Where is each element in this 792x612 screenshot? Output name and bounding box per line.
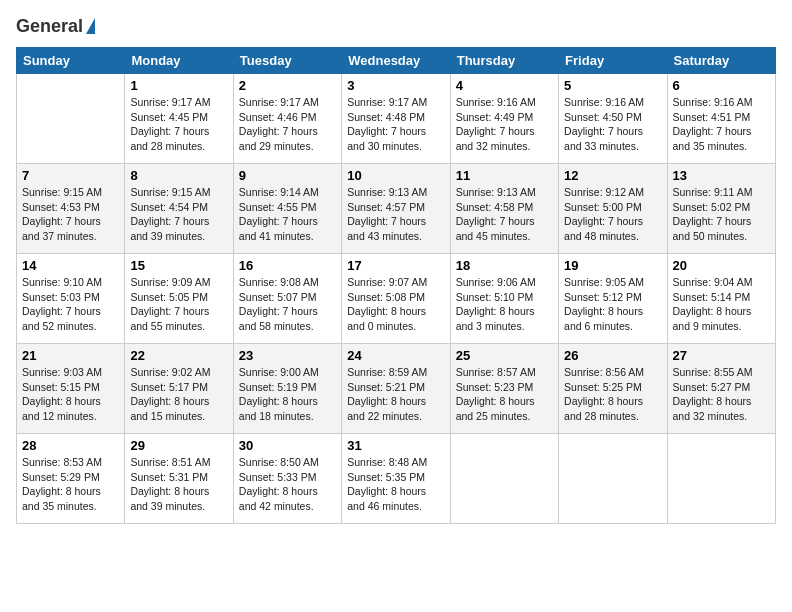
calendar-cell: 8Sunrise: 9:15 AM Sunset: 4:54 PM Daylig…	[125, 164, 233, 254]
day-info: Sunrise: 9:02 AM Sunset: 5:17 PM Dayligh…	[130, 365, 227, 424]
day-number: 6	[673, 78, 770, 93]
calendar-cell: 13Sunrise: 9:11 AM Sunset: 5:02 PM Dayli…	[667, 164, 775, 254]
calendar-cell: 14Sunrise: 9:10 AM Sunset: 5:03 PM Dayli…	[17, 254, 125, 344]
calendar-cell: 26Sunrise: 8:56 AM Sunset: 5:25 PM Dayli…	[559, 344, 667, 434]
day-number: 28	[22, 438, 119, 453]
calendar-cell: 6Sunrise: 9:16 AM Sunset: 4:51 PM Daylig…	[667, 74, 775, 164]
day-info: Sunrise: 9:08 AM Sunset: 5:07 PM Dayligh…	[239, 275, 336, 334]
calendar-cell: 3Sunrise: 9:17 AM Sunset: 4:48 PM Daylig…	[342, 74, 450, 164]
day-number: 7	[22, 168, 119, 183]
day-number: 12	[564, 168, 661, 183]
weekday-header-friday: Friday	[559, 48, 667, 74]
day-number: 29	[130, 438, 227, 453]
day-info: Sunrise: 9:10 AM Sunset: 5:03 PM Dayligh…	[22, 275, 119, 334]
calendar-cell: 5Sunrise: 9:16 AM Sunset: 4:50 PM Daylig…	[559, 74, 667, 164]
calendar-cell: 25Sunrise: 8:57 AM Sunset: 5:23 PM Dayli…	[450, 344, 558, 434]
day-info: Sunrise: 8:53 AM Sunset: 5:29 PM Dayligh…	[22, 455, 119, 514]
calendar-cell: 20Sunrise: 9:04 AM Sunset: 5:14 PM Dayli…	[667, 254, 775, 344]
day-number: 24	[347, 348, 444, 363]
day-number: 8	[130, 168, 227, 183]
calendar-body: 1Sunrise: 9:17 AM Sunset: 4:45 PM Daylig…	[17, 74, 776, 524]
day-number: 14	[22, 258, 119, 273]
day-number: 21	[22, 348, 119, 363]
day-number: 19	[564, 258, 661, 273]
header: General	[16, 16, 776, 37]
calendar-cell: 2Sunrise: 9:17 AM Sunset: 4:46 PM Daylig…	[233, 74, 341, 164]
day-info: Sunrise: 9:17 AM Sunset: 4:46 PM Dayligh…	[239, 95, 336, 154]
day-info: Sunrise: 9:16 AM Sunset: 4:50 PM Dayligh…	[564, 95, 661, 154]
day-number: 2	[239, 78, 336, 93]
calendar-cell	[450, 434, 558, 524]
calendar-cell: 29Sunrise: 8:51 AM Sunset: 5:31 PM Dayli…	[125, 434, 233, 524]
day-number: 25	[456, 348, 553, 363]
day-info: Sunrise: 8:48 AM Sunset: 5:35 PM Dayligh…	[347, 455, 444, 514]
day-info: Sunrise: 8:59 AM Sunset: 5:21 PM Dayligh…	[347, 365, 444, 424]
calendar-cell: 10Sunrise: 9:13 AM Sunset: 4:57 PM Dayli…	[342, 164, 450, 254]
day-info: Sunrise: 9:14 AM Sunset: 4:55 PM Dayligh…	[239, 185, 336, 244]
calendar-cell: 21Sunrise: 9:03 AM Sunset: 5:15 PM Dayli…	[17, 344, 125, 434]
weekday-header-row: SundayMondayTuesdayWednesdayThursdayFrid…	[17, 48, 776, 74]
weekday-header-sunday: Sunday	[17, 48, 125, 74]
day-number: 31	[347, 438, 444, 453]
day-number: 10	[347, 168, 444, 183]
day-info: Sunrise: 9:04 AM Sunset: 5:14 PM Dayligh…	[673, 275, 770, 334]
weekday-header-tuesday: Tuesday	[233, 48, 341, 74]
day-info: Sunrise: 9:09 AM Sunset: 5:05 PM Dayligh…	[130, 275, 227, 334]
day-info: Sunrise: 9:12 AM Sunset: 5:00 PM Dayligh…	[564, 185, 661, 244]
week-row-2: 7Sunrise: 9:15 AM Sunset: 4:53 PM Daylig…	[17, 164, 776, 254]
day-number: 18	[456, 258, 553, 273]
day-number: 23	[239, 348, 336, 363]
day-info: Sunrise: 9:17 AM Sunset: 4:48 PM Dayligh…	[347, 95, 444, 154]
day-number: 20	[673, 258, 770, 273]
day-info: Sunrise: 8:51 AM Sunset: 5:31 PM Dayligh…	[130, 455, 227, 514]
day-number: 9	[239, 168, 336, 183]
calendar-cell: 19Sunrise: 9:05 AM Sunset: 5:12 PM Dayli…	[559, 254, 667, 344]
calendar-cell: 12Sunrise: 9:12 AM Sunset: 5:00 PM Dayli…	[559, 164, 667, 254]
day-info: Sunrise: 9:13 AM Sunset: 4:58 PM Dayligh…	[456, 185, 553, 244]
calendar-cell: 16Sunrise: 9:08 AM Sunset: 5:07 PM Dayli…	[233, 254, 341, 344]
week-row-3: 14Sunrise: 9:10 AM Sunset: 5:03 PM Dayli…	[17, 254, 776, 344]
day-number: 30	[239, 438, 336, 453]
weekday-header-monday: Monday	[125, 48, 233, 74]
day-info: Sunrise: 8:50 AM Sunset: 5:33 PM Dayligh…	[239, 455, 336, 514]
day-info: Sunrise: 8:57 AM Sunset: 5:23 PM Dayligh…	[456, 365, 553, 424]
day-info: Sunrise: 9:00 AM Sunset: 5:19 PM Dayligh…	[239, 365, 336, 424]
calendar-cell: 22Sunrise: 9:02 AM Sunset: 5:17 PM Dayli…	[125, 344, 233, 434]
day-number: 16	[239, 258, 336, 273]
calendar-cell: 28Sunrise: 8:53 AM Sunset: 5:29 PM Dayli…	[17, 434, 125, 524]
calendar-cell	[17, 74, 125, 164]
day-info: Sunrise: 9:16 AM Sunset: 4:49 PM Dayligh…	[456, 95, 553, 154]
calendar-cell: 30Sunrise: 8:50 AM Sunset: 5:33 PM Dayli…	[233, 434, 341, 524]
calendar-cell: 24Sunrise: 8:59 AM Sunset: 5:21 PM Dayli…	[342, 344, 450, 434]
day-info: Sunrise: 9:15 AM Sunset: 4:54 PM Dayligh…	[130, 185, 227, 244]
calendar-cell: 4Sunrise: 9:16 AM Sunset: 4:49 PM Daylig…	[450, 74, 558, 164]
day-info: Sunrise: 9:11 AM Sunset: 5:02 PM Dayligh…	[673, 185, 770, 244]
day-info: Sunrise: 9:05 AM Sunset: 5:12 PM Dayligh…	[564, 275, 661, 334]
calendar-cell: 11Sunrise: 9:13 AM Sunset: 4:58 PM Dayli…	[450, 164, 558, 254]
calendar-cell: 9Sunrise: 9:14 AM Sunset: 4:55 PM Daylig…	[233, 164, 341, 254]
day-info: Sunrise: 9:17 AM Sunset: 4:45 PM Dayligh…	[130, 95, 227, 154]
weekday-header-wednesday: Wednesday	[342, 48, 450, 74]
day-info: Sunrise: 8:55 AM Sunset: 5:27 PM Dayligh…	[673, 365, 770, 424]
calendar-cell: 1Sunrise: 9:17 AM Sunset: 4:45 PM Daylig…	[125, 74, 233, 164]
week-row-4: 21Sunrise: 9:03 AM Sunset: 5:15 PM Dayli…	[17, 344, 776, 434]
calendar-cell	[559, 434, 667, 524]
weekday-header-thursday: Thursday	[450, 48, 558, 74]
day-info: Sunrise: 9:07 AM Sunset: 5:08 PM Dayligh…	[347, 275, 444, 334]
day-info: Sunrise: 9:16 AM Sunset: 4:51 PM Dayligh…	[673, 95, 770, 154]
logo: General	[16, 16, 95, 37]
day-info: Sunrise: 9:06 AM Sunset: 5:10 PM Dayligh…	[456, 275, 553, 334]
calendar-cell: 15Sunrise: 9:09 AM Sunset: 5:05 PM Dayli…	[125, 254, 233, 344]
calendar-cell: 23Sunrise: 9:00 AM Sunset: 5:19 PM Dayli…	[233, 344, 341, 434]
day-info: Sunrise: 8:56 AM Sunset: 5:25 PM Dayligh…	[564, 365, 661, 424]
calendar-cell: 18Sunrise: 9:06 AM Sunset: 5:10 PM Dayli…	[450, 254, 558, 344]
day-number: 4	[456, 78, 553, 93]
day-number: 26	[564, 348, 661, 363]
logo-arrow-icon	[86, 18, 95, 34]
calendar-cell	[667, 434, 775, 524]
day-info: Sunrise: 9:03 AM Sunset: 5:15 PM Dayligh…	[22, 365, 119, 424]
day-number: 11	[456, 168, 553, 183]
day-number: 1	[130, 78, 227, 93]
weekday-header-saturday: Saturday	[667, 48, 775, 74]
day-info: Sunrise: 9:15 AM Sunset: 4:53 PM Dayligh…	[22, 185, 119, 244]
